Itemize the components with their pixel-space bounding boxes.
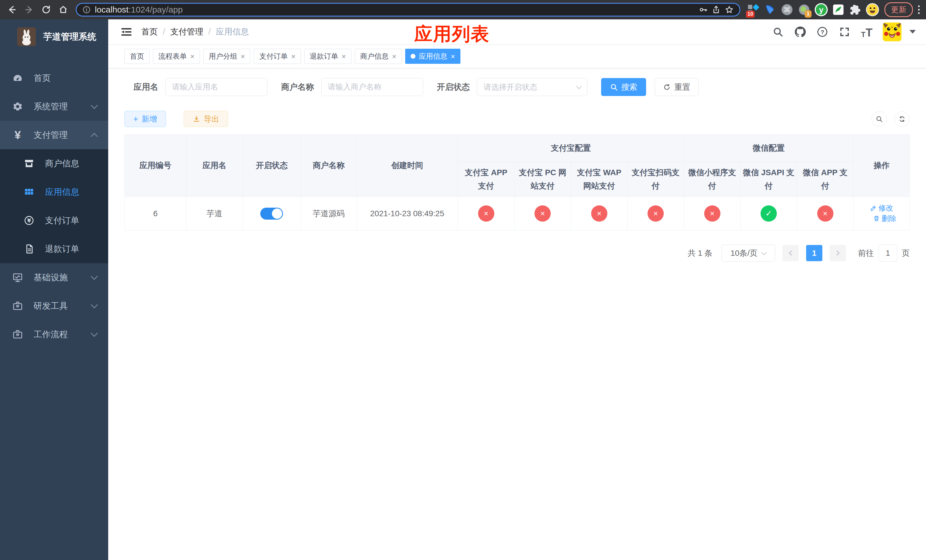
add-button[interactable]: + 新增 xyxy=(124,111,166,127)
reset-button[interactable]: 重置 xyxy=(655,78,699,96)
next-page-button[interactable] xyxy=(830,245,846,261)
browser-forward-button[interactable] xyxy=(22,2,36,17)
svg-text:?: ? xyxy=(821,29,825,35)
close-icon[interactable]: × xyxy=(342,53,346,60)
pagination: 共 1 条 10条/页 1 前往 页 xyxy=(124,245,910,273)
close-icon[interactable]: × xyxy=(392,53,396,60)
sidebar-item-label: 支付管理 xyxy=(33,129,92,141)
breadcrumb-pay[interactable]: 支付管理 xyxy=(170,26,203,38)
close-icon[interactable]: × xyxy=(451,53,455,60)
share-icon[interactable] xyxy=(711,5,721,14)
extension-tiles-icon[interactable]: 10 xyxy=(746,2,760,17)
sidebar-item-devtools[interactable]: 研发工具 xyxy=(0,292,108,320)
browser-back-button[interactable] xyxy=(5,2,20,17)
refresh-table-button[interactable] xyxy=(894,111,910,127)
browser-reload-button[interactable] xyxy=(39,2,53,17)
delete-link[interactable]: 删除 xyxy=(873,213,896,224)
sidebar-item-refund-order[interactable]: 退款订单 xyxy=(0,235,108,263)
sidebar-item-merchant[interactable]: 商户信息 xyxy=(0,149,108,178)
col-merchant-name: 商户名称 xyxy=(301,135,357,197)
show-search-toggle-button[interactable] xyxy=(872,111,887,127)
tags-view-bar: 首页 流程表单× 用户分组× 支付订单× 退款订单× 商户信息× 应用信息× xyxy=(108,44,926,68)
close-icon[interactable]: × xyxy=(291,53,295,60)
sidebar-item-pay[interactable]: ¥ 支付管理 xyxy=(0,121,108,149)
sidebar-collapse-icon[interactable] xyxy=(120,25,133,39)
profile-emoji-icon[interactable] xyxy=(865,2,880,17)
col-group-alipay: 支付宝配置 xyxy=(458,135,684,162)
tag-refund-order[interactable]: 退款订单× xyxy=(304,49,351,64)
open-status-switch[interactable] xyxy=(260,207,283,219)
sidebar-item-workflow[interactable]: 工作流程 xyxy=(0,320,108,349)
tag-home[interactable]: 首页 xyxy=(124,49,150,64)
password-key-icon[interactable] xyxy=(699,5,708,14)
tag-merchant-info[interactable]: 商户信息× xyxy=(355,49,402,64)
sidebar-item-label: 首页 xyxy=(33,73,97,84)
tag-app-info[interactable]: 应用信息× xyxy=(405,49,460,64)
col-open-status: 开启状态 xyxy=(243,135,301,197)
sidebar-item-label: 支付订单 xyxy=(45,215,97,227)
sidebar-item-infra[interactable]: 基础设施 xyxy=(0,263,108,292)
main-area: 首页 / 支付管理 / 应用信息 应用列表 ? xyxy=(108,20,926,560)
extension-proxy-icon[interactable]: 1 xyxy=(797,2,811,17)
col-wx-mini: 微信小程序支付 xyxy=(684,162,741,197)
cell-alipay-app-status: × xyxy=(458,197,514,230)
page-number-button[interactable]: 1 xyxy=(806,245,822,261)
header-search-icon[interactable] xyxy=(772,26,784,38)
cell-alipay-pc-status: × xyxy=(514,197,571,230)
close-icon[interactable]: × xyxy=(190,53,195,60)
address-bar[interactable]: localhost:1024/pay/app xyxy=(76,3,740,17)
merchant-name-input[interactable] xyxy=(321,78,423,96)
open-status-select[interactable]: 请选择开启状态 xyxy=(477,78,587,96)
goto-page-input[interactable] xyxy=(878,245,897,262)
breadcrumb-separator: / xyxy=(209,27,211,36)
url-text[interactable]: localhost:1024/pay/app xyxy=(95,5,183,15)
tag-pay-order[interactable]: 支付订单× xyxy=(254,49,301,64)
export-button[interactable]: 导出 xyxy=(184,111,228,127)
col-alipay-app: 支付宝 APP 支付 xyxy=(458,162,514,197)
sidebar-item-system[interactable]: 系统管理 xyxy=(0,92,108,121)
prev-page-button[interactable] xyxy=(782,245,799,261)
col-alipay-pc: 支付宝 PC 网站支付 xyxy=(514,162,571,197)
close-icon[interactable]: × xyxy=(241,53,245,60)
app-name-label: 应用名 xyxy=(133,82,158,93)
col-app-name: 应用名 xyxy=(186,135,243,197)
tag-user-group[interactable]: 用户分组× xyxy=(203,49,250,64)
chevron-down-icon xyxy=(91,330,98,337)
sidebar-logo[interactable]: 芋道管理系统 xyxy=(0,20,108,52)
sidebar-item-app-info[interactable]: 应用信息 xyxy=(0,178,108,206)
logo-rabbit-image xyxy=(17,27,36,46)
browser-home-button[interactable] xyxy=(56,2,71,17)
github-icon[interactable] xyxy=(794,26,806,38)
extension-notes-icon[interactable] xyxy=(831,2,846,17)
extensions-puzzle-icon[interactable] xyxy=(848,2,863,17)
fullscreen-icon[interactable] xyxy=(838,26,851,38)
avatar-dropdown-caret-icon[interactable] xyxy=(909,30,916,33)
page-size-select[interactable]: 10条/页 xyxy=(722,245,775,262)
extension-kite-icon[interactable] xyxy=(763,2,777,17)
extension-command-icon[interactable]: ⌘ xyxy=(780,2,794,17)
sidebar-item-pay-order[interactable]: ¥ 支付订单 xyxy=(0,206,108,235)
open-status-label: 开启状态 xyxy=(437,82,470,93)
browser-update-button[interactable]: 更新 xyxy=(884,2,913,17)
cell-wx-jsapi-status: ✓ xyxy=(740,197,797,230)
site-info-icon[interactable] xyxy=(82,5,91,14)
browser-menu-icon[interactable] xyxy=(918,5,920,14)
sidebar-menu: 首页 系统管理 ¥ 支付管理 xyxy=(0,64,108,349)
help-icon[interactable]: ? xyxy=(816,26,829,38)
table-row: 6 芋道 芋道源码 2021-10-23 08:49:25 × × × × × xyxy=(125,197,910,230)
col-alipay-wap: 支付宝 WAP 网站支付 xyxy=(571,162,628,197)
svg-text:¥: ¥ xyxy=(27,217,31,224)
bookmark-star-icon[interactable] xyxy=(725,5,734,14)
font-size-icon[interactable]: TT xyxy=(861,26,873,38)
app-name-input[interactable] xyxy=(165,78,267,96)
edit-link[interactable]: 修改 xyxy=(870,203,893,213)
trash-icon xyxy=(873,215,880,222)
sidebar-item-home[interactable]: 首页 xyxy=(0,64,108,92)
svg-text:y: y xyxy=(819,5,823,14)
sidebar-item-label: 基础设施 xyxy=(33,272,92,283)
tag-process-form[interactable]: 流程表单× xyxy=(153,49,200,64)
extension-y-icon[interactable]: y xyxy=(814,2,829,17)
search-button[interactable]: 搜索 xyxy=(601,78,646,96)
user-avatar[interactable] xyxy=(883,23,902,41)
breadcrumb-home[interactable]: 首页 xyxy=(141,26,158,38)
